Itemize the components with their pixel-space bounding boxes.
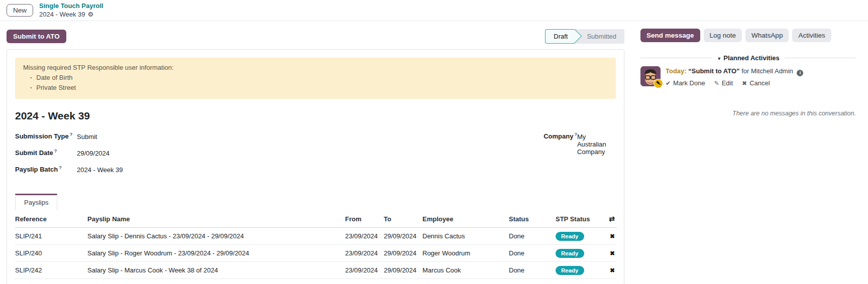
- stp-status-badge: Ready: [556, 266, 584, 275]
- cell-status: Done: [509, 262, 556, 279]
- cell-from: 23/09/2024: [345, 245, 384, 262]
- planned-activities-header: ▼Planned Activities: [640, 54, 856, 62]
- cancel-activity-button[interactable]: ✖Cancel: [742, 79, 770, 87]
- cell-payslip-name: Salary Slip - Roger Woodrum - 23/09/2024…: [87, 245, 345, 262]
- cell-to: 29/09/2024: [384, 262, 422, 279]
- info-icon[interactable]: i: [797, 70, 803, 76]
- pencil-icon: ✎: [714, 80, 719, 87]
- field-value-submission-type[interactable]: Submit: [77, 133, 97, 140]
- form-sheet: Missing required STP Responsible user in…: [7, 49, 624, 284]
- log-note-button[interactable]: Log note: [704, 29, 742, 42]
- empty-conversation-text: There are no messages in this conversati…: [640, 110, 856, 117]
- whatsapp-button[interactable]: WhatsApp: [745, 29, 789, 42]
- field-label-payslip-batch: Payslip Batch?: [15, 165, 77, 173]
- optional-columns-icon[interactable]: ⇄: [609, 215, 615, 223]
- help-icon[interactable]: ?: [70, 132, 73, 137]
- field-label-submit-date: Submit Date?: [15, 149, 77, 157]
- col-header-status[interactable]: Status: [509, 210, 556, 228]
- close-icon: ✖: [742, 80, 747, 87]
- new-button[interactable]: New: [7, 4, 33, 17]
- table-row[interactable]: SLIP/240 Salary Slip - Roger Woodrum - 2…: [15, 245, 617, 262]
- submit-to-ato-button[interactable]: Submit to ATO: [7, 30, 66, 43]
- cell-employee: Roger Woodrum: [422, 245, 509, 262]
- chatter-panel: Send message Log note WhatsApp Activitie…: [631, 21, 868, 284]
- send-message-button[interactable]: Send message: [640, 29, 700, 42]
- breadcrumb: Single Touch Payroll 2024 - Week 39 ⚙: [39, 2, 103, 19]
- col-header-payslip-name[interactable]: Payslip Name: [87, 210, 345, 228]
- tab-payslips[interactable]: Payslips: [15, 194, 57, 210]
- alert-title: Missing required STP Responsible user in…: [23, 63, 608, 73]
- cell-employee: Marcus Cook: [422, 262, 509, 279]
- cell-reference: SLIP/241: [15, 228, 87, 245]
- activity-item: Today: “Submit to ATO” for Mitchell Admi…: [640, 66, 856, 87]
- gear-icon[interactable]: ⚙: [88, 11, 94, 19]
- cell-reference: SLIP/240: [15, 245, 87, 262]
- divider: [785, 58, 856, 58]
- col-header-from[interactable]: From: [345, 210, 384, 228]
- stp-warning-alert: Missing required STP Responsible user in…: [15, 58, 616, 99]
- activity-type-badge-icon: [654, 79, 663, 88]
- planned-activities-toggle[interactable]: ▼Planned Activities: [717, 54, 779, 62]
- check-icon: ✔: [666, 80, 671, 87]
- cell-payslip-name: Salary Slip - Dennis Cactus - 23/09/2024…: [87, 228, 345, 245]
- status-steps: Draft Submitted: [545, 29, 624, 44]
- chatter-buttons: Send message Log note WhatsApp Activitie…: [640, 29, 856, 42]
- record-title: 2024 - Week 39: [15, 110, 616, 122]
- breadcrumb-record: 2024 - Week 39: [39, 11, 85, 19]
- help-icon[interactable]: ?: [59, 165, 62, 170]
- cell-from: 23/09/2024: [345, 228, 384, 245]
- col-header-employee[interactable]: Employee: [422, 210, 509, 228]
- field-value-company[interactable]: My Australian Company: [577, 133, 616, 156]
- payslips-table: Reference Payslip Name From To Employee …: [15, 210, 617, 279]
- cell-reference: SLIP/242: [15, 262, 87, 279]
- table-row[interactable]: SLIP/241 Salary Slip - Dennis Cactus - 2…: [15, 228, 617, 245]
- statusbar: Submit to ATO Draft Submitted: [7, 29, 624, 44]
- delete-row-icon[interactable]: ✖: [610, 233, 615, 240]
- cell-from: 23/09/2024: [345, 262, 384, 279]
- field-group-left: Submission Type? Submit Submit Date? 29/…: [15, 132, 297, 182]
- cell-employee: Dennis Cactus: [422, 228, 509, 245]
- cell-to: 29/09/2024: [384, 228, 422, 245]
- delete-row-icon[interactable]: ✖: [610, 267, 615, 274]
- mark-done-button[interactable]: ✔Mark Done: [666, 79, 705, 87]
- table-header-row: Reference Payslip Name From To Employee …: [15, 210, 617, 228]
- field-label-company: Company?: [544, 132, 577, 140]
- field-value-payslip-batch[interactable]: 2024 - Week 39: [77, 166, 123, 174]
- breadcrumb-app-link[interactable]: Single Touch Payroll: [39, 2, 103, 10]
- form-view: Submit to ATO Draft Submitted Missing re…: [0, 21, 631, 284]
- notebook-tabs: Payslips: [15, 194, 616, 210]
- alert-item: Private Street: [30, 83, 608, 93]
- col-header-stp-status[interactable]: STP Status: [556, 210, 609, 228]
- cell-status: Done: [509, 245, 556, 262]
- divider: [640, 58, 712, 58]
- col-header-reference[interactable]: Reference: [15, 210, 87, 228]
- cell-payslip-name: Salary Slip - Marcus Cook - Week 38 of 2…: [87, 262, 345, 279]
- table-row[interactable]: SLIP/242 Salary Slip - Marcus Cook - Wee…: [15, 262, 617, 279]
- field-group-right: Company? My Australian Company: [307, 132, 616, 182]
- field-value-submit-date[interactable]: 29/09/2024: [77, 150, 110, 157]
- delete-row-icon[interactable]: ✖: [610, 250, 615, 257]
- chevron-down-icon: ▼: [717, 56, 721, 61]
- stp-status-badge: Ready: [556, 249, 584, 258]
- status-step-draft[interactable]: Draft: [545, 29, 575, 44]
- alert-item: Date of Birth: [30, 73, 608, 83]
- cell-status: Done: [509, 228, 556, 245]
- stp-status-badge: Ready: [556, 232, 584, 241]
- edit-activity-button[interactable]: ✎Edit: [714, 79, 733, 87]
- cell-to: 29/09/2024: [384, 245, 422, 262]
- activities-button[interactable]: Activities: [792, 29, 831, 42]
- help-icon[interactable]: ?: [54, 149, 57, 154]
- activity-summary: “Submit to ATO”: [688, 67, 739, 75]
- col-header-to[interactable]: To: [384, 210, 422, 228]
- status-step-submitted[interactable]: Submitted: [575, 29, 624, 44]
- breadcrumb-bar: New Single Touch Payroll 2024 - Week 39 …: [0, 0, 868, 21]
- activity-due-date: Today:: [666, 67, 687, 75]
- field-label-submission-type: Submission Type?: [15, 132, 77, 140]
- activity-assignee: for Mitchell Admin: [741, 67, 793, 75]
